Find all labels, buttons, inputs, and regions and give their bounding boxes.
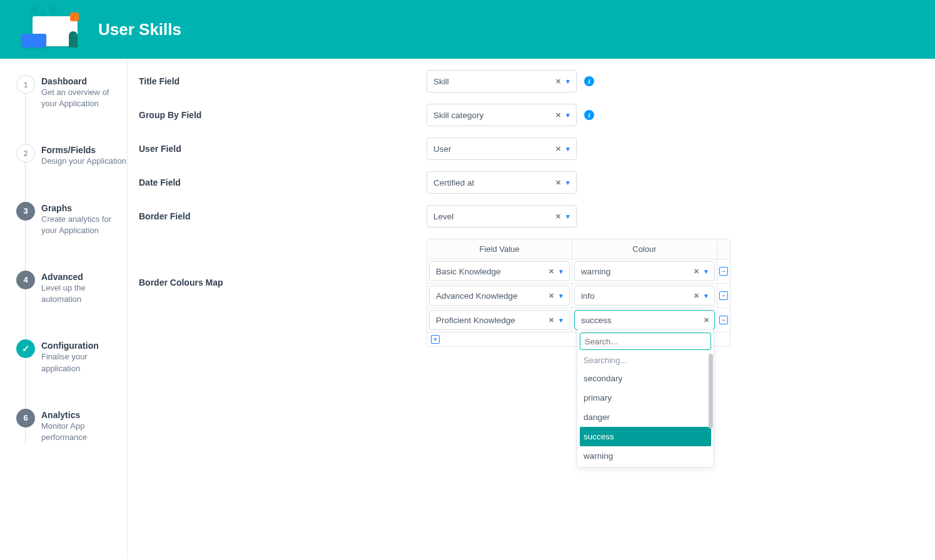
label-border-field: Border Field bbox=[139, 205, 427, 221]
clear-icon[interactable]: ✕ bbox=[704, 316, 709, 324]
step-circle: 3 bbox=[16, 202, 35, 221]
step-desc: Level up the automation bbox=[41, 282, 127, 305]
info-icon[interactable]: i bbox=[584, 110, 594, 120]
check-icon bbox=[22, 343, 30, 354]
row-border-colours-map: Border Colours Map Field Value Colour Ba… bbox=[139, 239, 935, 347]
clear-icon[interactable]: ✕ bbox=[548, 268, 554, 276]
wizard-step[interactable]: 4AdvancedLevel up the automation bbox=[16, 271, 127, 305]
clear-icon[interactable]: ✕ bbox=[555, 78, 561, 86]
step-title: Analytics bbox=[41, 410, 127, 420]
clear-icon[interactable]: ✕ bbox=[694, 268, 699, 276]
select-colour[interactable]: warning✕▼ bbox=[574, 261, 715, 281]
page-header: ⚙ ⚙ ⚙ User Skills bbox=[0, 0, 935, 59]
th-field-value: Field Value bbox=[427, 239, 572, 259]
chevron-down-icon[interactable]: ▼ bbox=[703, 292, 709, 299]
header-illustration: ⚙ ⚙ ⚙ bbox=[21, 6, 81, 53]
clear-icon[interactable]: ✕ bbox=[548, 316, 554, 324]
dropdown-option[interactable]: danger bbox=[580, 408, 711, 427]
step-desc: Get an overview of your Application bbox=[41, 87, 127, 109]
step-title: Dashboard bbox=[41, 76, 127, 86]
select-colour[interactable]: info✕▼ bbox=[574, 286, 715, 306]
step-desc: Create analytics for your Application bbox=[41, 214, 127, 236]
select-group-by-field[interactable]: Skill category ✕ ▼ bbox=[427, 104, 577, 126]
table-row: Basic Knowledge✕▼warning✕▼− bbox=[427, 259, 730, 284]
select-field-value[interactable]: Advanced Knowledge✕▼ bbox=[429, 286, 570, 306]
colour-dropdown[interactable]: Searching...secondaryprimarydangersucces… bbox=[577, 329, 714, 468]
step-circle: 6 bbox=[16, 409, 35, 428]
wizard-step[interactable]: ConfigurationFinalise your application bbox=[16, 339, 127, 374]
remove-row-button[interactable]: − bbox=[719, 267, 728, 276]
wizard-step[interactable]: 2Forms/FieldsDesign your Application bbox=[16, 144, 127, 167]
remove-row-button[interactable]: − bbox=[719, 291, 728, 300]
select-field-value[interactable]: Basic Knowledge✕▼ bbox=[429, 261, 570, 281]
step-desc: Monitor App performance bbox=[41, 421, 127, 443]
step-title: Advanced bbox=[41, 272, 127, 282]
wizard-step[interactable]: 3GraphsCreate analytics for your Applica… bbox=[16, 202, 127, 236]
select-colour[interactable]: success✕ bbox=[574, 310, 715, 330]
row-group-by-field: Group By Field Skill category ✕ ▼ i bbox=[139, 104, 935, 126]
step-desc: Finalise your application bbox=[41, 351, 127, 374]
select-date-field[interactable]: Certified at ✕ ▼ bbox=[427, 171, 577, 194]
page-title: User Skills bbox=[98, 20, 181, 39]
clear-icon[interactable]: ✕ bbox=[555, 179, 561, 187]
step-title: Forms/Fields bbox=[41, 145, 126, 155]
label-user-field: User Field bbox=[139, 138, 427, 154]
clear-icon[interactable]: ✕ bbox=[548, 292, 554, 300]
label-title-field: Title Field bbox=[139, 70, 427, 86]
step-title: Configuration bbox=[41, 341, 127, 351]
chevron-down-icon[interactable]: ▼ bbox=[558, 317, 564, 324]
step-circle: 1 bbox=[16, 75, 35, 94]
chevron-down-icon[interactable]: ▼ bbox=[565, 146, 571, 152]
dropdown-search-input[interactable] bbox=[580, 332, 711, 350]
clear-icon[interactable]: ✕ bbox=[555, 212, 561, 221]
chevron-down-icon[interactable]: ▼ bbox=[558, 268, 564, 275]
step-circle: 4 bbox=[16, 271, 35, 289]
chevron-down-icon[interactable]: ▼ bbox=[565, 78, 571, 85]
clear-icon[interactable]: ✕ bbox=[555, 111, 561, 119]
chevron-down-icon[interactable]: ▼ bbox=[565, 213, 571, 220]
wizard-step[interactable]: 1DashboardGet an overview of your Applic… bbox=[16, 75, 127, 109]
dropdown-option[interactable]: secondary bbox=[580, 369, 711, 388]
step-desc: Design your Application bbox=[41, 156, 126, 167]
dropdown-option[interactable]: warning bbox=[580, 446, 711, 464]
scrollbar-thumb[interactable] bbox=[709, 354, 713, 429]
info-icon[interactable]: i bbox=[584, 76, 594, 86]
chevron-down-icon[interactable]: ▼ bbox=[703, 268, 709, 275]
table-row: Advanced Knowledge✕▼info✕▼− bbox=[427, 284, 730, 308]
row-user-field: User Field User ✕ ▼ bbox=[139, 138, 935, 160]
chevron-down-icon[interactable]: ▼ bbox=[565, 112, 571, 119]
step-circle bbox=[16, 339, 35, 358]
clear-icon[interactable]: ✕ bbox=[694, 292, 699, 300]
select-user-field[interactable]: User ✕ ▼ bbox=[427, 138, 577, 160]
row-date-field: Date Field Certified at ✕ ▼ bbox=[139, 171, 935, 194]
chevron-down-icon[interactable]: ▼ bbox=[558, 292, 564, 299]
select-field-value[interactable]: Proficient Knowledge✕▼ bbox=[429, 310, 570, 330]
label-border-colours-map: Border Colours Map bbox=[139, 239, 427, 288]
table-row: Proficient Knowledge✕▼success✕− bbox=[427, 308, 730, 332]
add-row-button[interactable]: + bbox=[431, 335, 440, 344]
dropdown-status: Searching... bbox=[580, 352, 711, 369]
select-title-field[interactable]: Skill ✕ ▼ bbox=[427, 70, 577, 92]
clear-icon[interactable]: ✕ bbox=[555, 145, 561, 153]
chevron-down-icon[interactable]: ▼ bbox=[565, 179, 571, 186]
label-date-field: Date Field bbox=[139, 171, 427, 188]
remove-row-button[interactable]: − bbox=[719, 316, 728, 324]
th-colour: Colour bbox=[572, 239, 717, 259]
dropdown-option[interactable]: success bbox=[580, 427, 711, 446]
row-border-field: Border Field Level ✕ ▼ bbox=[139, 205, 935, 228]
label-group-by-field: Group By Field bbox=[139, 104, 427, 120]
select-border-field[interactable]: Level ✕ ▼ bbox=[427, 205, 577, 228]
step-title: Graphs bbox=[41, 203, 127, 213]
row-title-field: Title Field Skill ✕ ▼ i bbox=[139, 70, 935, 92]
wizard-sidebar: 1DashboardGet an overview of your Applic… bbox=[0, 59, 128, 559]
main-content: Title Field Skill ✕ ▼ i Group By Field S… bbox=[128, 59, 935, 559]
step-circle: 2 bbox=[16, 144, 35, 162]
dropdown-option[interactable]: primary bbox=[580, 388, 711, 408]
wizard-step[interactable]: 6AnalyticsMonitor App performance bbox=[16, 409, 127, 443]
